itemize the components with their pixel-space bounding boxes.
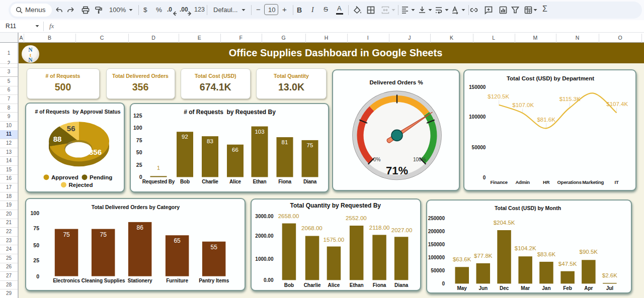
svg-text:Alice: Alice: [229, 179, 242, 184]
svg-text:250000: 250000: [428, 215, 445, 221]
svg-text:125: 125: [133, 112, 142, 118]
svg-text:65: 65: [174, 237, 181, 244]
svg-text:Alice: Alice: [328, 282, 340, 288]
svg-text:100000: 100000: [469, 114, 486, 120]
svg-text:100: 100: [30, 210, 39, 216]
svg-text:Rejected: Rejected: [69, 182, 93, 188]
svg-text:50: 50: [136, 149, 142, 155]
svg-text:83: 83: [207, 138, 213, 144]
svg-text:2000.00: 2000.00: [255, 233, 274, 239]
svg-text:3000.00: 3000.00: [255, 214, 274, 219]
svg-text:25: 25: [33, 257, 39, 263]
svg-text:88: 88: [53, 135, 62, 143]
svg-text:0: 0: [483, 174, 486, 180]
svg-text:May: May: [457, 285, 467, 291]
svg-text:200000: 200000: [428, 228, 445, 234]
svg-text:Finance: Finance: [491, 179, 508, 185]
svg-text:356: 356: [89, 148, 102, 156]
svg-text:Admin: Admin: [516, 179, 530, 185]
svg-text:$77.8K: $77.8K: [474, 253, 493, 259]
svg-text:2658.00: 2658.00: [278, 213, 299, 219]
svg-text:$81.6K: $81.6K: [537, 116, 556, 122]
svg-text:Mar: Mar: [521, 285, 530, 291]
svg-text:Total Delivered Orders by Cate: Total Delivered Orders by Category: [91, 204, 180, 210]
svg-text:66: 66: [232, 146, 238, 152]
svg-text:71%: 71%: [386, 164, 408, 177]
svg-text:0: 0: [139, 174, 142, 180]
svg-text:$115.3K: $115.3K: [559, 96, 581, 102]
svg-text:56: 56: [67, 124, 75, 133]
svg-text:$107.0K: $107.0K: [513, 102, 534, 108]
svg-text:Charlie: Charlie: [202, 179, 218, 184]
svg-text:150000: 150000: [428, 241, 445, 247]
svg-text:50: 50: [33, 242, 39, 248]
svg-text:Jul: Jul: [606, 285, 614, 291]
svg-text:Charlie: Charlie: [303, 282, 320, 288]
svg-text:0: 0: [442, 280, 445, 286]
svg-text:Total Cost (USD) by Department: Total Cost (USD) by Department: [507, 75, 594, 81]
svg-text:Pantry Items: Pantry Items: [199, 278, 229, 283]
svg-text:2552.00: 2552.00: [346, 215, 367, 221]
svg-text:1: 1: [157, 165, 160, 171]
svg-text:0: 0: [36, 273, 39, 279]
svg-text:50000: 50000: [431, 267, 445, 273]
svg-text:0.00: 0.00: [264, 277, 274, 283]
svg-text:# of Requests by Approval Sta: # of Requests by Approval Status: [35, 109, 121, 115]
svg-text:Total Cost (USD) by Month: Total Cost (USD) by Month: [495, 205, 561, 211]
svg-text:N: N: [28, 57, 33, 63]
svg-text:$204.5K: $204.5K: [494, 220, 515, 226]
svg-text:100%: 100%: [413, 157, 426, 162]
svg-text:Fiona: Fiona: [278, 179, 291, 184]
svg-text:Diana: Diana: [394, 282, 409, 288]
svg-text:1000.00: 1000.00: [255, 256, 274, 262]
svg-text:Requested By: Requested By: [142, 179, 175, 184]
svg-text:75: 75: [63, 231, 70, 238]
svg-text:Total Quantity by Requested By: Total Quantity by Requested By: [290, 202, 381, 209]
svg-text:100: 100: [133, 125, 142, 131]
svg-text:HR: HR: [543, 179, 550, 185]
svg-text:$47.5K: $47.5K: [558, 261, 577, 267]
svg-text:$104.2K: $104.2K: [515, 245, 536, 251]
svg-text:86: 86: [136, 224, 143, 231]
svg-text:$63.6K: $63.6K: [453, 256, 471, 262]
svg-text:$120.5K: $120.5K: [488, 93, 510, 100]
svg-text:92: 92: [182, 134, 188, 140]
svg-text:Operations: Operations: [557, 179, 582, 185]
svg-text:103: 103: [255, 128, 264, 134]
svg-text:Fiona: Fiona: [372, 282, 386, 288]
svg-text:Marketing: Marketing: [582, 179, 604, 185]
svg-text:50000: 50000: [472, 144, 486, 150]
svg-text:55: 55: [210, 243, 217, 250]
svg-text:81: 81: [282, 139, 288, 145]
svg-text:Feb: Feb: [564, 285, 573, 291]
svg-text:Ethan: Ethan: [349, 282, 363, 288]
svg-text:25: 25: [136, 161, 142, 167]
svg-text:75: 75: [307, 142, 313, 148]
svg-text:Electronics: Electronics: [53, 278, 80, 283]
svg-text:Approved: Approved: [51, 174, 78, 180]
svg-text:Cleaning Supplies: Cleaning Supplies: [81, 278, 125, 283]
svg-text:Bob: Bob: [284, 282, 293, 288]
svg-text:$107.4K: $107.4K: [607, 101, 628, 107]
svg-text:$90.5K: $90.5K: [580, 249, 598, 255]
svg-text:75: 75: [136, 137, 142, 143]
svg-text:$2.6K: $2.6K: [602, 272, 617, 278]
svg-text:# of Requests by Requested By: # of Requests by Requested By: [184, 109, 276, 116]
svg-text:100000: 100000: [428, 254, 445, 260]
svg-text:Jan: Jan: [542, 285, 551, 291]
svg-text:$83.6K: $83.6K: [537, 251, 556, 257]
svg-text:Delivered Orders %: Delivered Orders %: [370, 79, 423, 85]
svg-text:Bob: Bob: [180, 179, 190, 184]
svg-text:2118.00: 2118.00: [369, 225, 389, 231]
svg-text:75: 75: [33, 225, 39, 231]
svg-text:Dec: Dec: [500, 285, 509, 291]
svg-text:Jun: Jun: [479, 285, 488, 291]
svg-text:Apr: Apr: [585, 285, 593, 291]
svg-text:1575.00: 1575.00: [323, 237, 344, 243]
svg-text:Ethan: Ethan: [253, 179, 267, 184]
svg-text:2027.00: 2027.00: [391, 227, 412, 233]
svg-text:Stationery: Stationery: [127, 278, 152, 283]
svg-text:2068.00: 2068.00: [301, 225, 323, 231]
svg-text:0%: 0%: [373, 157, 381, 162]
svg-text:75: 75: [100, 231, 107, 238]
